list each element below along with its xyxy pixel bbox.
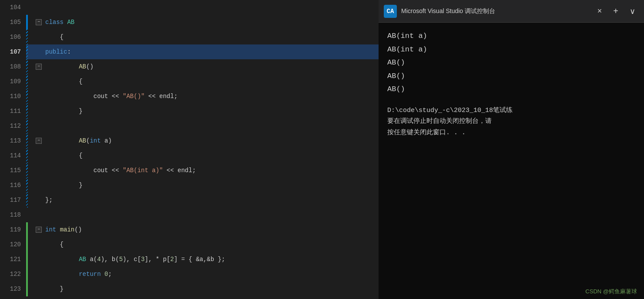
console-path: D:\code\study_-c\2023_10_18笔试练 要在调试停止时自动…	[387, 105, 635, 139]
fold-120	[34, 237, 44, 252]
gutter-114	[26, 148, 34, 163]
code-line-110: cout << "AB()" << endl;	[26, 89, 379, 104]
content-108: AB()	[48, 59, 379, 74]
ln-108: 108	[0, 59, 21, 74]
code-line-105: − class AB	[26, 15, 379, 30]
content-123: }	[44, 282, 379, 296]
fold-icon-119[interactable]: −	[36, 227, 42, 233]
content-105: class AB	[44, 15, 379, 30]
gutter-109	[26, 74, 34, 89]
console-close-button[interactable]: ×	[594, 5, 606, 17]
fold-106	[34, 30, 44, 44]
gutter-117	[26, 193, 34, 207]
content-116: }	[48, 178, 379, 193]
code-line-122: return 0;	[26, 267, 379, 282]
fold-105[interactable]: −	[34, 15, 44, 30]
fold-114	[34, 148, 44, 163]
gutter-121	[26, 252, 34, 267]
content-104	[34, 0, 379, 15]
vs-icon-text: CA	[387, 8, 394, 15]
ln-114: 114	[0, 148, 21, 163]
fold-115	[34, 163, 44, 178]
code-line-115: cout << "AB(int a)" << endl;	[26, 163, 379, 178]
gutter-123	[26, 282, 34, 296]
output-line-2: AB(int a)	[387, 43, 635, 57]
fold-113[interactable]: −	[34, 133, 44, 148]
output-line-1: AB(int a)	[387, 30, 635, 43]
output-line-4: AB()	[387, 70, 635, 83]
code-line-116: }	[26, 178, 379, 193]
fold-107	[34, 44, 44, 59]
console-body: AB(int a) AB(int a) AB() AB() AB() D:\co…	[379, 23, 644, 299]
content-118	[44, 207, 379, 222]
fold-117	[34, 193, 44, 207]
ln-113: 113	[0, 133, 21, 148]
ln-106: 106	[0, 30, 21, 44]
code-line-119: − int main()	[26, 222, 379, 237]
fold-122	[34, 267, 44, 282]
code-line-104	[26, 0, 379, 15]
ln-116: 116	[0, 178, 21, 193]
console-more-button[interactable]: ∨	[626, 5, 639, 18]
gutter-120	[26, 237, 34, 252]
code-line-113: − AB(int a)	[26, 133, 379, 148]
code-line-118	[26, 207, 379, 222]
code-line-107: public:	[26, 44, 379, 59]
ln-119: 119	[0, 222, 21, 237]
content-115: cout << "AB(int a)" << endl;	[48, 163, 379, 178]
gutter-122	[26, 267, 34, 282]
code-line-121: AB a(4), b(5), c[3], * p[2] = { &a,&b };	[26, 252, 379, 267]
code-line-117: };	[26, 193, 379, 207]
ln-118: 118	[0, 207, 21, 222]
fold-121	[34, 252, 44, 267]
ln-107: 107	[0, 44, 21, 59]
console-header: CA Microsoft Visual Studio 调试控制台 × + ∨	[379, 0, 644, 23]
content-121: AB a(4), b(5), c[3], * p[2] = { &a,&b };	[48, 252, 379, 267]
gutter-116	[26, 178, 34, 193]
console-title: Microsoft Visual Studio 调试控制台	[401, 7, 590, 15]
console-panel: CA Microsoft Visual Studio 调试控制台 × + ∨ A…	[379, 0, 644, 299]
fold-119[interactable]: −	[34, 222, 44, 237]
content-122: return 0;	[48, 267, 379, 282]
ln-122: 122	[0, 267, 21, 282]
ln-115: 115	[0, 163, 21, 178]
content-120: {	[44, 237, 379, 252]
fold-108[interactable]: −	[34, 59, 44, 74]
output-line-5: AB()	[387, 83, 635, 96]
path-line-3: 按任意键关闭此窗口. . .	[387, 129, 466, 136]
code-line-108: − AB()	[26, 59, 379, 74]
content-110: cout << "AB()" << endl;	[48, 89, 379, 104]
code-line-120: {	[26, 237, 379, 252]
gutter-118	[26, 207, 34, 222]
ln-111: 111	[0, 104, 21, 119]
gutter-107	[26, 44, 34, 59]
path-line-2: 要在调试停止时自动关闭控制台，请	[387, 118, 492, 125]
content-106: {	[44, 30, 379, 44]
content-117: };	[44, 193, 379, 207]
gutter-115	[26, 163, 34, 178]
line-numbers: 104 105 106 107 108 109 110 111 112 113 …	[0, 0, 26, 299]
ln-120: 120	[0, 237, 21, 252]
fold-icon-108[interactable]: −	[36, 64, 42, 70]
content-111: }	[48, 104, 379, 119]
code-line-112	[26, 119, 379, 133]
gutter-106	[26, 30, 34, 44]
console-footer: CSDN @鳄鱼麻薯球	[585, 288, 637, 296]
fold-116	[34, 178, 44, 193]
fold-112	[34, 119, 44, 133]
ln-105: 105	[0, 15, 21, 30]
code-line-123: }	[26, 282, 379, 296]
ln-117: 117	[0, 193, 21, 207]
ln-104: 104	[0, 0, 21, 15]
gutter-108	[26, 59, 34, 74]
content-119: int main()	[44, 222, 379, 237]
ln-110: 110	[0, 89, 21, 104]
fold-icon-113[interactable]: −	[36, 138, 42, 144]
content-113: AB(int a)	[48, 133, 379, 148]
vs-icon: CA	[384, 5, 397, 18]
fold-icon-105[interactable]: −	[36, 19, 42, 25]
gutter-112	[26, 119, 34, 133]
ln-109: 109	[0, 74, 21, 89]
console-add-button[interactable]: +	[610, 4, 622, 18]
editor-panel: 104 105 106 107 108 109 110 111 112 113 …	[0, 0, 379, 299]
